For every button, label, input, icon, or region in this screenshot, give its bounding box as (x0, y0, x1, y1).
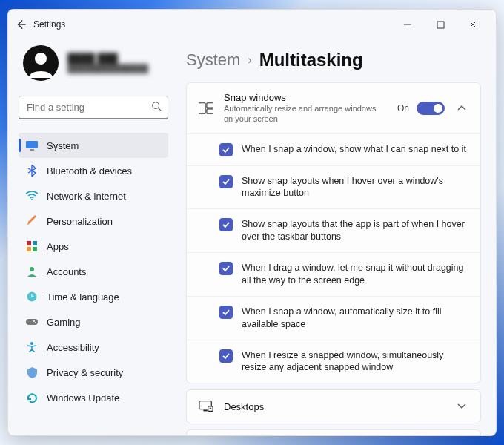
toggle-state-label: On (397, 103, 409, 113)
main-content: System › Multitasking Snap windows Autom… (176, 39, 496, 435)
snap-title: Snap windows (224, 92, 387, 103)
alt-tab-card[interactable]: Alt + Tab Pressing Alt + Tab shows (186, 429, 481, 435)
sidebar-item-apps[interactable]: Apps (19, 234, 168, 259)
sidebar-item-label: Windows Update (47, 392, 119, 403)
svg-rect-9 (33, 247, 37, 251)
snap-option-label: When I resize a snapped window, simultan… (242, 349, 468, 375)
apps-icon (26, 240, 38, 252)
svg-rect-7 (33, 241, 37, 245)
sidebar-item-label: Bluetooth & devices (47, 165, 132, 177)
snap-option-label: When I snap a window, show what I can sn… (242, 143, 468, 156)
search-box[interactable] (19, 96, 168, 119)
svg-point-13 (33, 320, 35, 322)
svg-rect-3 (26, 141, 38, 148)
sidebar-item-system[interactable]: System (19, 133, 168, 158)
chevron-down-icon[interactable] (455, 403, 468, 409)
checkbox-checked-icon[interactable] (219, 175, 233, 188)
snap-option-label: When I drag a window, let me snap it wit… (242, 262, 468, 287)
sidebar-item-label: Apps (47, 241, 69, 252)
sidebar-item-label: Accessibility (47, 342, 99, 353)
gaming-icon (26, 316, 38, 328)
snap-option-label: Show snap layouts that the app is part o… (242, 218, 468, 243)
sidebar-item-accessibility[interactable]: Accessibility (19, 334, 168, 360)
account-icon (26, 266, 38, 277)
user-email: ██████████████ (67, 64, 148, 73)
sidebar-item-accounts[interactable]: Accounts (19, 259, 168, 284)
sidebar-item-label: Network & internet (47, 191, 126, 202)
sidebar-item-update[interactable]: Windows Update (19, 385, 168, 410)
desktops-card[interactable]: Desktops (186, 389, 481, 423)
maximize-button[interactable] (425, 13, 456, 36)
minimize-button[interactable] (392, 13, 423, 36)
breadcrumb-parent[interactable]: System (186, 50, 240, 70)
checkbox-checked-icon[interactable] (219, 349, 233, 363)
display-icon (26, 139, 38, 151)
svg-rect-18 (207, 109, 213, 113)
checkbox-checked-icon[interactable] (219, 262, 233, 275)
snap-windows-header[interactable]: Snap windows Automatically resize and ar… (187, 83, 480, 134)
snap-option-row[interactable]: When I snap a window, automatically size… (187, 296, 480, 340)
sidebar-item-gaming[interactable]: Gaming (19, 309, 168, 334)
snap-option-row[interactable]: When I resize a snapped window, simultan… (187, 340, 480, 383)
snap-option-label: Show snap layouts when I hover over a wi… (242, 175, 468, 200)
sidebar-item-label: Accounts (47, 266, 86, 277)
globe-clock-icon (26, 291, 38, 303)
svg-point-14 (35, 322, 36, 323)
sidebar-item-label: Gaming (47, 317, 81, 328)
sidebar-item-network[interactable]: Network & internet (19, 183, 168, 208)
page-title: Multitasking (259, 50, 363, 70)
checkbox-checked-icon[interactable] (219, 143, 233, 156)
snap-windows-card: Snap windows Automatically resize and ar… (186, 82, 481, 383)
window-title: Settings (33, 19, 65, 30)
svg-rect-17 (207, 103, 213, 108)
snap-option-row[interactable]: When I snap a window, show what I can sn… (187, 134, 480, 165)
sidebar-item-label: Time & language (47, 291, 119, 303)
svg-point-5 (31, 199, 33, 200)
user-profile[interactable]: ████ ███ ██████████████ (19, 39, 168, 96)
shield-icon (26, 366, 38, 378)
svg-point-1 (35, 53, 47, 65)
svg-rect-4 (30, 149, 34, 151)
bluetooth-icon (26, 165, 38, 177)
checkbox-checked-icon[interactable] (219, 218, 233, 231)
accessibility-icon (26, 341, 38, 353)
avatar (23, 45, 59, 81)
svg-rect-8 (27, 247, 31, 251)
back-button[interactable] (16, 19, 26, 30)
desktops-title: Desktops (224, 401, 445, 412)
sidebar-item-time[interactable]: Time & language (19, 284, 168, 309)
svg-point-15 (30, 342, 33, 345)
chevron-right-icon: › (248, 53, 251, 67)
search-icon (151, 101, 162, 114)
chevron-up-icon[interactable] (455, 105, 468, 111)
sidebar-item-privacy[interactable]: Privacy & security (19, 360, 168, 385)
user-name: ████ ███ (67, 53, 148, 65)
checkbox-checked-icon[interactable] (219, 306, 233, 319)
close-button[interactable] (457, 13, 488, 36)
desktops-icon (199, 399, 213, 414)
brush-icon (26, 215, 38, 227)
update-icon (26, 392, 38, 403)
snap-toggle[interactable] (417, 102, 445, 115)
sidebar-item-label: System (47, 140, 79, 151)
snap-subtitle: Automatically resize and arrange windows… (224, 103, 387, 125)
settings-window: Settings ████ ███ ██████████████ (7, 9, 497, 436)
snap-option-row[interactable]: Show snap layouts that the app is part o… (187, 208, 480, 252)
sidebar-item-personalization[interactable]: Personalization (19, 208, 168, 234)
svg-rect-12 (26, 319, 38, 325)
sidebar-item-bluetooth[interactable]: Bluetooth & devices (19, 158, 168, 183)
snap-option-label: When I snap a window, automatically size… (242, 306, 468, 331)
search-input[interactable] (27, 102, 151, 113)
sidebar: ████ ███ ██████████████ System Bluetooth… (8, 39, 176, 435)
sidebar-item-label: Personalization (47, 216, 113, 227)
sidebar-item-label: Privacy & security (47, 367, 123, 378)
breadcrumb: System › Multitasking (186, 50, 481, 70)
snap-option-row[interactable]: Show snap layouts when I hover over a wi… (187, 165, 480, 209)
svg-point-10 (30, 267, 34, 271)
svg-rect-6 (27, 241, 31, 245)
svg-rect-16 (199, 103, 205, 114)
snap-option-row[interactable]: When I drag a window, let me snap it wit… (187, 252, 480, 296)
titlebar: Settings (8, 10, 496, 39)
snap-icon (199, 101, 213, 116)
wifi-icon (26, 190, 38, 202)
